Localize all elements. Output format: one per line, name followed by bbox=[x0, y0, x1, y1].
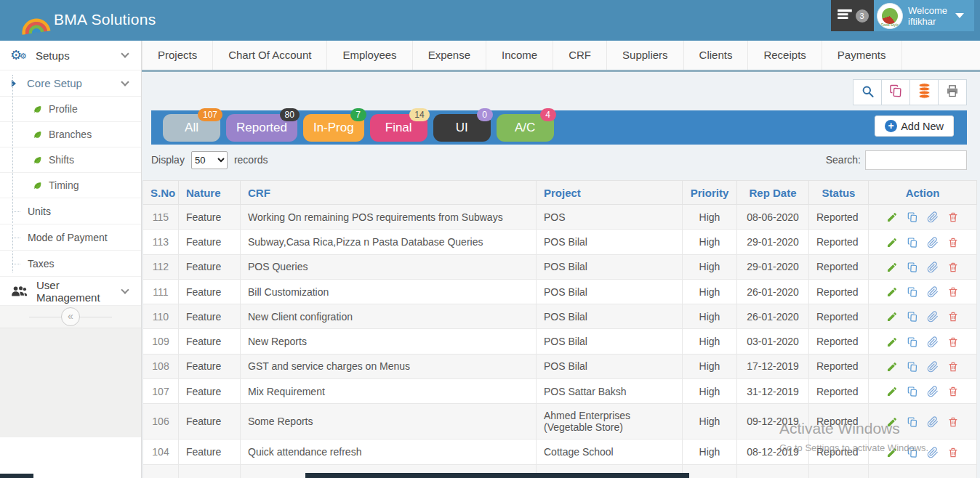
cell-status: Reported bbox=[809, 230, 869, 254]
copy-icon[interactable] bbox=[907, 416, 918, 428]
database-export-button[interactable] bbox=[909, 79, 939, 105]
sidebar-item-units[interactable]: Units bbox=[0, 198, 141, 224]
col-header-project[interactable]: Project bbox=[537, 181, 683, 205]
copy-icon[interactable] bbox=[907, 211, 918, 223]
cell-project: POS Bilal bbox=[537, 230, 683, 254]
attachment-icon[interactable] bbox=[927, 237, 939, 248]
cell-crf: Mix Requirement bbox=[241, 379, 537, 404]
sidebar-item-core-setup[interactable]: Core Setup bbox=[0, 70, 141, 97]
delete-icon[interactable] bbox=[947, 237, 959, 248]
sidebar-item-shifts[interactable]: Shifts bbox=[0, 147, 141, 173]
edit-icon[interactable] bbox=[886, 262, 898, 273]
horizontal-scrollbar-thumb[interactable] bbox=[305, 473, 689, 478]
sidebar-item-profile[interactable]: Profile bbox=[0, 97, 141, 122]
nav-item-receipts[interactable]: Receipts bbox=[748, 41, 822, 70]
print-button[interactable] bbox=[938, 79, 967, 105]
search-toggle-button[interactable] bbox=[853, 79, 882, 105]
attachment-icon[interactable] bbox=[927, 286, 939, 298]
attachment-icon[interactable] bbox=[927, 386, 939, 397]
filter-button-final[interactable]: 14Final bbox=[370, 114, 427, 142]
leaf-icon bbox=[33, 105, 42, 114]
nav-item-income[interactable]: Income bbox=[486, 41, 553, 70]
search-input[interactable] bbox=[865, 150, 967, 170]
delete-icon[interactable] bbox=[947, 286, 959, 298]
col-header-rep-date[interactable]: Rep Date bbox=[737, 181, 809, 205]
attachment-icon[interactable] bbox=[927, 211, 939, 223]
copy-icon[interactable] bbox=[907, 447, 918, 458]
edit-icon[interactable] bbox=[886, 336, 898, 348]
main-content: 107All80Reported7In-Prog14Final0UI4A/C +… bbox=[142, 72, 980, 478]
attachment-icon[interactable] bbox=[927, 447, 939, 458]
copy-export-button[interactable] bbox=[881, 79, 910, 105]
col-header-crf[interactable]: CRF bbox=[241, 181, 537, 205]
collapse-sidebar-button[interactable]: « bbox=[61, 307, 80, 326]
delete-icon[interactable] bbox=[947, 386, 959, 397]
edit-icon[interactable] bbox=[886, 237, 898, 248]
user-menu[interactable]: Food Style Welcome iftikhar bbox=[874, 0, 974, 31]
edit-icon[interactable] bbox=[886, 311, 898, 323]
notifications-button[interactable]: 3 bbox=[831, 0, 874, 31]
nav-item-employees[interactable]: Employees bbox=[327, 41, 412, 70]
cell-project: POS Bilal bbox=[537, 279, 683, 304]
delete-icon[interactable] bbox=[947, 311, 959, 323]
copy-icon[interactable] bbox=[907, 262, 918, 273]
nav-item-crf[interactable]: CRF bbox=[553, 41, 607, 70]
delete-icon[interactable] bbox=[947, 336, 959, 348]
nav-item-projects[interactable]: Projects bbox=[142, 41, 213, 70]
cell-rep-date: 26-01-2020 bbox=[737, 279, 809, 304]
filter-count-badge: 7 bbox=[350, 108, 366, 121]
nav-item-clients[interactable]: Clients bbox=[684, 41, 749, 70]
delete-icon[interactable] bbox=[947, 262, 959, 273]
sidebar-item-mode-of-payment[interactable]: Mode of Payment bbox=[0, 224, 141, 251]
sidebar-item-user-management[interactable]: User Management bbox=[0, 277, 141, 306]
col-header-action[interactable]: Action bbox=[869, 181, 977, 205]
attachment-icon[interactable] bbox=[927, 361, 939, 373]
filter-button-reported[interactable]: 80Reported bbox=[226, 114, 297, 142]
cell-project: Ahmed Enterprises (Vegetable Store) bbox=[537, 404, 683, 439]
copy-icon[interactable] bbox=[907, 386, 918, 397]
copy-icon[interactable] bbox=[907, 311, 918, 323]
sidebar-item-branches[interactable]: Branches bbox=[0, 122, 141, 147]
delete-icon[interactable] bbox=[947, 211, 959, 223]
edit-icon[interactable] bbox=[886, 447, 898, 458]
sidebar-item-setups[interactable]: ⚙⚙ Setups bbox=[0, 41, 141, 70]
filter-button-a-c[interactable]: 4A/C bbox=[497, 114, 554, 142]
col-header-priority[interactable]: Priority bbox=[683, 181, 737, 205]
delete-icon[interactable] bbox=[947, 447, 959, 458]
cell-nature: Feature bbox=[179, 404, 241, 439]
nav-item-suppliers[interactable]: Suppliers bbox=[607, 41, 684, 70]
attachment-icon[interactable] bbox=[927, 262, 939, 273]
app-header: BMA Solutions 3 Food Style Welcome iftik… bbox=[0, 0, 980, 41]
filter-button-all[interactable]: 107All bbox=[163, 114, 220, 142]
cell-nature: Feature bbox=[179, 329, 241, 354]
sidebar-item-taxes[interactable]: Taxes bbox=[0, 251, 141, 277]
col-header-s-no[interactable]: S.No bbox=[143, 181, 179, 205]
attachment-icon[interactable] bbox=[927, 336, 939, 348]
add-new-button[interactable]: + Add New bbox=[875, 116, 954, 137]
filter-button-ui[interactable]: 0UI bbox=[433, 114, 491, 142]
page-size-select[interactable]: 50 bbox=[191, 151, 228, 169]
delete-icon[interactable] bbox=[947, 361, 959, 373]
table-row: 112FeaturePOS QueriesPOS BilalHigh29-01-… bbox=[143, 254, 977, 279]
cell-project: POS bbox=[537, 205, 683, 230]
edit-icon[interactable] bbox=[886, 286, 898, 298]
copy-icon[interactable] bbox=[907, 286, 918, 298]
nav-item-payments[interactable]: Payments bbox=[822, 41, 902, 70]
sidebar-collapse-row: « bbox=[0, 306, 141, 328]
copy-icon[interactable] bbox=[907, 336, 918, 348]
nav-item-expense[interactable]: Expense bbox=[413, 41, 486, 70]
filter-button-in-prog[interactable]: 7In-Prog bbox=[303, 114, 364, 142]
col-header-status[interactable]: Status bbox=[809, 181, 869, 205]
attachment-icon[interactable] bbox=[927, 311, 939, 323]
nav-item-chart-of-account[interactable]: Chart Of Account bbox=[213, 41, 327, 70]
copy-icon[interactable] bbox=[907, 237, 918, 248]
copy-icon[interactable] bbox=[907, 361, 918, 373]
edit-icon[interactable] bbox=[886, 361, 898, 373]
col-header-nature[interactable]: Nature bbox=[179, 181, 241, 205]
attachment-icon[interactable] bbox=[927, 416, 939, 428]
edit-icon[interactable] bbox=[886, 211, 898, 223]
edit-icon[interactable] bbox=[886, 416, 898, 428]
sidebar-item-timing[interactable]: Timing bbox=[0, 173, 141, 198]
edit-icon[interactable] bbox=[886, 386, 898, 397]
delete-icon[interactable] bbox=[947, 416, 959, 428]
